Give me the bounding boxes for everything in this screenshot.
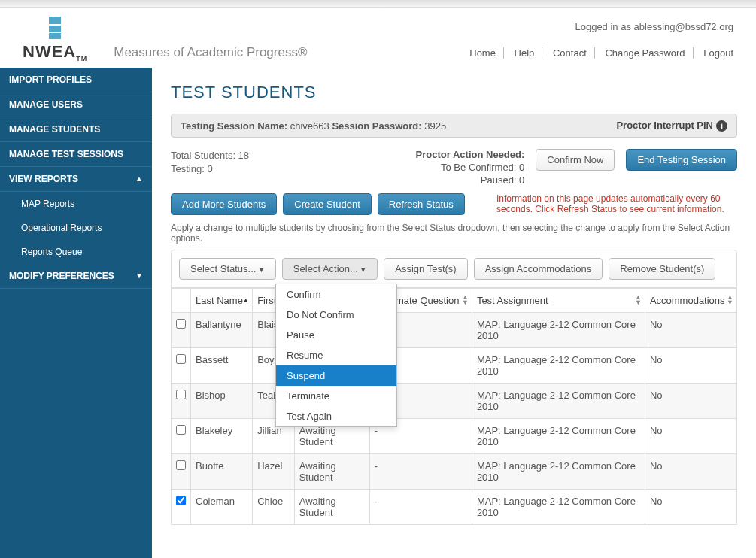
students-table: Last Name▲ First N proximate Question▲▼ … — [171, 288, 737, 525]
cell-approx-question: - — [369, 489, 472, 524]
sidebar: IMPORT PROFILES MANAGE USERS MANAGE STUD… — [0, 68, 152, 558]
cell-accommodations: No — [645, 489, 736, 524]
end-testing-session-button[interactable]: End Testing Session — [626, 149, 737, 171]
cell-first-name: Chloe — [253, 489, 295, 524]
proctor-pin-label[interactable]: Proctor Interrupt PINi — [616, 120, 727, 132]
sidebar-import-profiles[interactable]: IMPORT PROFILES — [0, 68, 152, 92]
sidebar-manage-users[interactable]: MANAGE USERS — [0, 92, 152, 117]
row-checkbox[interactable] — [176, 425, 186, 435]
cell-last-name: Coleman — [191, 489, 253, 524]
cell-last-name: Blakeley — [191, 418, 253, 453]
sort-icon: ▲▼ — [635, 295, 642, 305]
link-contact[interactable]: Contact — [545, 47, 595, 59]
cell-test-assignment: MAP: Language 2-12 Common Core 2010 — [472, 489, 645, 524]
window-top-bar — [0, 0, 756, 8]
top-links: Home Help Contact Change Password Logout — [462, 47, 733, 59]
menu-confirm[interactable]: Confirm — [276, 284, 396, 305]
link-logout[interactable]: Logout — [696, 47, 733, 59]
table-row: BallantyneBlaiseMAP: Language 2-12 Commo… — [172, 312, 737, 347]
col-last-name[interactable]: Last Name▲ — [191, 288, 253, 312]
header: NWEATM Measures of Academic Progress® Lo… — [0, 8, 756, 68]
row-checkbox[interactable] — [176, 319, 186, 329]
cell-test-assignment: MAP: Language 2-12 Common Core 2010 — [472, 347, 645, 383]
assign-tests-button[interactable]: Assign Test(s) — [384, 258, 467, 280]
col-accommodations[interactable]: Accommodations▲▼ — [645, 288, 736, 312]
menu-do-not-confirm[interactable]: Do Not Confirm — [276, 305, 396, 325]
add-more-students-button[interactable]: Add More Students — [171, 193, 277, 215]
cell-last-name: Bishop — [191, 383, 253, 418]
cell-last-name: Ballantyne — [191, 312, 253, 347]
remove-students-button[interactable]: Remove Student(s) — [609, 258, 715, 280]
confirm-now-button[interactable]: Confirm Now — [536, 149, 615, 171]
sidebar-view-reports[interactable]: VIEW REPORTS▲ — [0, 167, 152, 192]
sort-icon: ▲▼ — [727, 295, 733, 305]
sidebar-modify-preferences[interactable]: MODIFY PREFERENCES▼ — [0, 264, 152, 289]
apply-change-note: Apply a change to multiple students by c… — [171, 223, 737, 244]
cell-status: Awaiting Student — [294, 453, 369, 489]
col-test-assignment[interactable]: Test Assignment▲▼ — [472, 288, 645, 312]
cell-test-assignment: MAP: Language 2-12 Common Core 2010 — [472, 453, 645, 489]
table-row: BlakeleyJillianAwaiting Student-MAP: Lan… — [172, 418, 737, 453]
refresh-status-button[interactable]: Refresh Status — [378, 193, 465, 215]
session-password: 3925 — [424, 120, 446, 132]
totals: Total Students: 18 Testing: 0 — [171, 149, 249, 176]
session-name: chive663 — [290, 120, 329, 132]
link-change-password[interactable]: Change Password — [597, 47, 693, 59]
link-help[interactable]: Help — [507, 47, 543, 59]
select-status-dropdown[interactable]: Select Status... — [179, 258, 276, 280]
session-info-bar: Testing Session Name: chive663 Session P… — [171, 114, 737, 138]
cell-accommodations: No — [645, 453, 736, 489]
logged-in-text: Logged in as ablessing@bssd72.org — [462, 21, 733, 32]
cell-last-name: Bassett — [191, 347, 253, 383]
sort-asc-icon: ▲ — [242, 298, 249, 303]
menu-resume[interactable]: Resume — [276, 345, 396, 365]
assign-accommodations-button[interactable]: Assign Accommodations — [474, 258, 603, 280]
sidebar-map-reports[interactable]: MAP Reports — [0, 192, 152, 216]
create-student-button[interactable]: Create Student — [283, 193, 371, 215]
cell-accommodations: No — [645, 383, 736, 418]
sub-brand: Measures of Academic Progress® — [114, 45, 307, 64]
chevron-down-icon: ▼ — [135, 271, 143, 280]
cell-accommodations: No — [645, 347, 736, 383]
table-row: BishopTealStudentMAP: Language 2-12 Comm… — [172, 383, 737, 418]
cell-test-assignment: MAP: Language 2-12 Common Core 2010 — [472, 418, 645, 453]
cell-accommodations: No — [645, 312, 736, 347]
row-checkbox[interactable] — [176, 496, 186, 505]
sidebar-manage-test-sessions[interactable]: MANAGE TEST SESSIONS — [0, 142, 152, 167]
bulk-action-toolbar: Select Status... Select Action... Assign… — [171, 250, 737, 288]
logo-text: NWEATM — [23, 42, 87, 62]
select-action-dropdown[interactable]: Select Action... — [282, 258, 378, 280]
logo-mark-icon — [49, 17, 61, 39]
table-row: ColemanChloeAwaiting Student-MAP: Langua… — [172, 489, 737, 524]
row-checkbox[interactable] — [176, 390, 186, 399]
auto-refresh-note: Information on this page updates automat… — [496, 193, 737, 214]
menu-test-again[interactable]: Test Again — [276, 406, 396, 426]
sidebar-operational-reports[interactable]: Operational Reports — [0, 216, 152, 240]
info-icon[interactable]: i — [716, 120, 727, 132]
menu-pause[interactable]: Pause — [276, 325, 396, 345]
main-content: TEST STUDENTS Testing Session Name: chiv… — [152, 68, 756, 558]
select-action-menu: Confirm Do Not Confirm Pause Resume Susp… — [275, 284, 397, 427]
table-row: BuotteHazelAwaiting Student-MAP: Languag… — [172, 453, 737, 489]
row-checkbox[interactable] — [176, 460, 186, 470]
sidebar-manage-students[interactable]: MANAGE STUDENTS — [0, 117, 152, 142]
menu-suspend[interactable]: Suspend — [276, 365, 396, 386]
cell-status: Awaiting Student — [294, 489, 369, 524]
row-checkbox[interactable] — [176, 354, 186, 364]
cell-test-assignment: MAP: Language 2-12 Common Core 2010 — [472, 383, 645, 418]
menu-terminate[interactable]: Terminate — [276, 386, 396, 406]
page-title: TEST STUDENTS — [171, 83, 737, 102]
link-home[interactable]: Home — [462, 47, 504, 59]
cell-test-assignment: MAP: Language 2-12 Common Core 2010 — [472, 312, 645, 347]
sidebar-reports-queue[interactable]: Reports Queue — [0, 240, 152, 264]
cell-approx-question: - — [369, 453, 472, 489]
logo[interactable]: NWEATM — [23, 17, 87, 62]
username: ablessing@bssd72.org — [634, 21, 733, 32]
cell-accommodations: No — [645, 418, 736, 453]
sort-icon: ▲▼ — [462, 295, 469, 305]
cell-first-name: Hazel — [253, 453, 295, 489]
col-checkbox — [172, 288, 191, 312]
chevron-up-icon: ▲ — [135, 174, 143, 183]
cell-last-name: Buotte — [191, 453, 253, 489]
proctor-action-needed: Proctor Action Needed: To Be Confirmed: … — [416, 149, 525, 187]
